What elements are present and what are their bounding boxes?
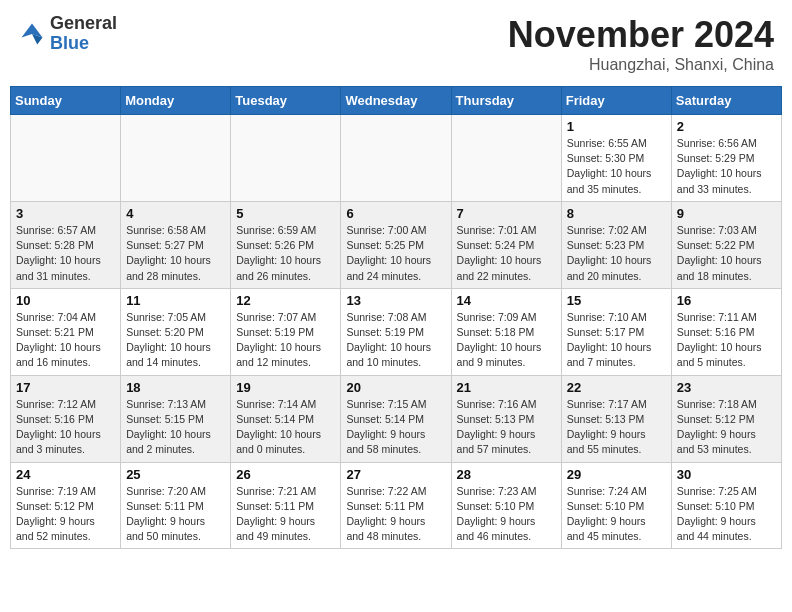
day-info: Sunrise: 7:16 AM Sunset: 5:13 PM Dayligh…: [457, 397, 556, 458]
day-number: 28: [457, 467, 556, 482]
day-header-tuesday: Tuesday: [231, 87, 341, 115]
logo-blue: Blue: [50, 34, 117, 54]
day-number: 12: [236, 293, 335, 308]
calendar-cell: 8Sunrise: 7:02 AM Sunset: 5:23 PM Daylig…: [561, 201, 671, 288]
day-number: 5: [236, 206, 335, 221]
calendar-table: SundayMondayTuesdayWednesdayThursdayFrid…: [10, 86, 782, 549]
calendar-cell: 2Sunrise: 6:56 AM Sunset: 5:29 PM Daylig…: [671, 115, 781, 202]
calendar-cell: 14Sunrise: 7:09 AM Sunset: 5:18 PM Dayli…: [451, 288, 561, 375]
day-number: 7: [457, 206, 556, 221]
day-number: 18: [126, 380, 225, 395]
day-info: Sunrise: 7:01 AM Sunset: 5:24 PM Dayligh…: [457, 223, 556, 284]
day-info: Sunrise: 6:57 AM Sunset: 5:28 PM Dayligh…: [16, 223, 115, 284]
day-number: 8: [567, 206, 666, 221]
calendar-cell: 26Sunrise: 7:21 AM Sunset: 5:11 PM Dayli…: [231, 462, 341, 549]
day-number: 21: [457, 380, 556, 395]
calendar-cell: [231, 115, 341, 202]
day-info: Sunrise: 6:55 AM Sunset: 5:30 PM Dayligh…: [567, 136, 666, 197]
title-block: November 2024 Huangzhai, Shanxi, China: [508, 14, 774, 74]
month-title: November 2024: [508, 14, 774, 56]
day-number: 23: [677, 380, 776, 395]
day-info: Sunrise: 7:18 AM Sunset: 5:12 PM Dayligh…: [677, 397, 776, 458]
calendar-cell: 29Sunrise: 7:24 AM Sunset: 5:10 PM Dayli…: [561, 462, 671, 549]
calendar-cell: 27Sunrise: 7:22 AM Sunset: 5:11 PM Dayli…: [341, 462, 451, 549]
day-number: 6: [346, 206, 445, 221]
day-info: Sunrise: 7:21 AM Sunset: 5:11 PM Dayligh…: [236, 484, 335, 545]
calendar-header-row: SundayMondayTuesdayWednesdayThursdayFrid…: [11, 87, 782, 115]
day-header-thursday: Thursday: [451, 87, 561, 115]
calendar-cell: 6Sunrise: 7:00 AM Sunset: 5:25 PM Daylig…: [341, 201, 451, 288]
day-number: 2: [677, 119, 776, 134]
day-number: 29: [567, 467, 666, 482]
day-number: 22: [567, 380, 666, 395]
day-header-monday: Monday: [121, 87, 231, 115]
day-number: 4: [126, 206, 225, 221]
day-info: Sunrise: 7:09 AM Sunset: 5:18 PM Dayligh…: [457, 310, 556, 371]
location: Huangzhai, Shanxi, China: [508, 56, 774, 74]
calendar-cell: 3Sunrise: 6:57 AM Sunset: 5:28 PM Daylig…: [11, 201, 121, 288]
day-number: 10: [16, 293, 115, 308]
calendar-cell: [451, 115, 561, 202]
logo-general: General: [50, 14, 117, 34]
calendar-cell: 19Sunrise: 7:14 AM Sunset: 5:14 PM Dayli…: [231, 375, 341, 462]
day-number: 11: [126, 293, 225, 308]
day-info: Sunrise: 6:58 AM Sunset: 5:27 PM Dayligh…: [126, 223, 225, 284]
day-info: Sunrise: 7:00 AM Sunset: 5:25 PM Dayligh…: [346, 223, 445, 284]
day-number: 15: [567, 293, 666, 308]
day-header-friday: Friday: [561, 87, 671, 115]
day-info: Sunrise: 7:11 AM Sunset: 5:16 PM Dayligh…: [677, 310, 776, 371]
day-number: 17: [16, 380, 115, 395]
day-info: Sunrise: 6:59 AM Sunset: 5:26 PM Dayligh…: [236, 223, 335, 284]
calendar-cell: 10Sunrise: 7:04 AM Sunset: 5:21 PM Dayli…: [11, 288, 121, 375]
day-info: Sunrise: 7:17 AM Sunset: 5:13 PM Dayligh…: [567, 397, 666, 458]
calendar-cell: 21Sunrise: 7:16 AM Sunset: 5:13 PM Dayli…: [451, 375, 561, 462]
day-info: Sunrise: 7:04 AM Sunset: 5:21 PM Dayligh…: [16, 310, 115, 371]
calendar-cell: 9Sunrise: 7:03 AM Sunset: 5:22 PM Daylig…: [671, 201, 781, 288]
calendar-week-row: 24Sunrise: 7:19 AM Sunset: 5:12 PM Dayli…: [11, 462, 782, 549]
calendar-cell: 22Sunrise: 7:17 AM Sunset: 5:13 PM Dayli…: [561, 375, 671, 462]
calendar-cell: 4Sunrise: 6:58 AM Sunset: 5:27 PM Daylig…: [121, 201, 231, 288]
day-number: 26: [236, 467, 335, 482]
day-number: 16: [677, 293, 776, 308]
calendar-cell: 18Sunrise: 7:13 AM Sunset: 5:15 PM Dayli…: [121, 375, 231, 462]
day-info: Sunrise: 7:03 AM Sunset: 5:22 PM Dayligh…: [677, 223, 776, 284]
day-info: Sunrise: 7:19 AM Sunset: 5:12 PM Dayligh…: [16, 484, 115, 545]
page-header: General Blue November 2024 Huangzhai, Sh…: [10, 10, 782, 78]
day-number: 19: [236, 380, 335, 395]
day-info: Sunrise: 7:05 AM Sunset: 5:20 PM Dayligh…: [126, 310, 225, 371]
logo-text: General Blue: [50, 14, 117, 54]
day-number: 27: [346, 467, 445, 482]
day-header-saturday: Saturday: [671, 87, 781, 115]
day-info: Sunrise: 7:12 AM Sunset: 5:16 PM Dayligh…: [16, 397, 115, 458]
day-info: Sunrise: 7:02 AM Sunset: 5:23 PM Dayligh…: [567, 223, 666, 284]
day-info: Sunrise: 7:22 AM Sunset: 5:11 PM Dayligh…: [346, 484, 445, 545]
day-number: 25: [126, 467, 225, 482]
calendar-cell: 7Sunrise: 7:01 AM Sunset: 5:24 PM Daylig…: [451, 201, 561, 288]
day-info: Sunrise: 7:07 AM Sunset: 5:19 PM Dayligh…: [236, 310, 335, 371]
day-header-sunday: Sunday: [11, 87, 121, 115]
day-number: 24: [16, 467, 115, 482]
day-info: Sunrise: 7:24 AM Sunset: 5:10 PM Dayligh…: [567, 484, 666, 545]
calendar-cell: 1Sunrise: 6:55 AM Sunset: 5:30 PM Daylig…: [561, 115, 671, 202]
day-info: Sunrise: 7:13 AM Sunset: 5:15 PM Dayligh…: [126, 397, 225, 458]
calendar-cell: 12Sunrise: 7:07 AM Sunset: 5:19 PM Dayli…: [231, 288, 341, 375]
day-number: 14: [457, 293, 556, 308]
day-info: Sunrise: 7:14 AM Sunset: 5:14 PM Dayligh…: [236, 397, 335, 458]
calendar-cell: 28Sunrise: 7:23 AM Sunset: 5:10 PM Dayli…: [451, 462, 561, 549]
calendar-cell: [341, 115, 451, 202]
calendar-cell: 5Sunrise: 6:59 AM Sunset: 5:26 PM Daylig…: [231, 201, 341, 288]
day-number: 3: [16, 206, 115, 221]
logo-icon: [18, 20, 46, 48]
logo: General Blue: [18, 14, 117, 54]
calendar-cell: 16Sunrise: 7:11 AM Sunset: 5:16 PM Dayli…: [671, 288, 781, 375]
day-info: Sunrise: 7:10 AM Sunset: 5:17 PM Dayligh…: [567, 310, 666, 371]
day-info: Sunrise: 6:56 AM Sunset: 5:29 PM Dayligh…: [677, 136, 776, 197]
svg-marker-0: [22, 23, 43, 37]
calendar-cell: [11, 115, 121, 202]
day-info: Sunrise: 7:25 AM Sunset: 5:10 PM Dayligh…: [677, 484, 776, 545]
calendar-cell: [121, 115, 231, 202]
calendar-cell: 20Sunrise: 7:15 AM Sunset: 5:14 PM Dayli…: [341, 375, 451, 462]
day-number: 13: [346, 293, 445, 308]
calendar-cell: 25Sunrise: 7:20 AM Sunset: 5:11 PM Dayli…: [121, 462, 231, 549]
day-number: 9: [677, 206, 776, 221]
